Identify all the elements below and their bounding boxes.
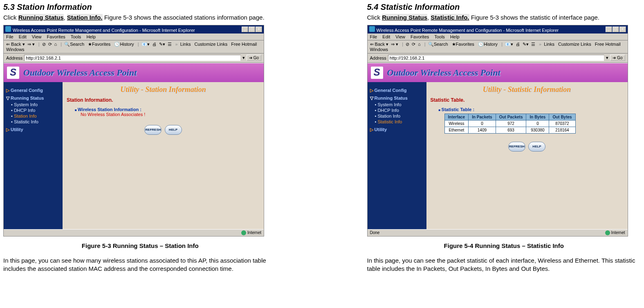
home-button[interactable]: ⌂ (54, 42, 57, 47)
search-button[interactable]: 🔍Search (428, 42, 448, 47)
history-button[interactable]: 🕓History (114, 42, 134, 47)
sidebar-item-system[interactable]: System Info (375, 102, 424, 107)
banner-title: Outdoor Wireless Access Point (387, 67, 500, 78)
menu-view[interactable]: View (395, 34, 405, 39)
go-button[interactable]: ➔ Go (247, 55, 261, 61)
banner-title: Outdoor Wireless Access Point (23, 67, 137, 78)
menu-favorites[interactable]: Favorites (411, 34, 429, 39)
sidebar-general-config[interactable]: ▷ General Config (6, 88, 60, 93)
minimize-button[interactable]: _ (606, 27, 612, 32)
toolbar: ⇐ Back ▾⇒ ▾| ⊘⟳⌂| 🔍Search ★Favorites 🕓Hi… (4, 40, 264, 54)
back-button[interactable]: ⇐ Back ▾ (6, 42, 25, 47)
status-zone: Internet (247, 230, 261, 235)
sidebar-running-status[interactable]: ▽ Running Status (370, 96, 424, 101)
refresh-page-button[interactable]: REFRESH (144, 125, 162, 135)
search-button[interactable]: 🔍Search (64, 42, 84, 47)
menu-tools[interactable]: Tools (71, 34, 81, 39)
stop-button[interactable]: ⊘ (42, 42, 46, 47)
globe-icon (605, 230, 610, 235)
url-input[interactable]: http://192.168.2.1 (24, 55, 241, 61)
links-label: Links (544, 42, 554, 47)
sidebar-utility[interactable]: ▷ Utility (370, 127, 424, 132)
window-titlebar: Wireless Access Point Remote Management … (368, 25, 628, 33)
link-running-status: Running Status (382, 14, 427, 21)
window-buttons: _□× (241, 26, 262, 32)
menu-help[interactable]: Help (86, 34, 96, 39)
link-customize[interactable]: Customize Links (194, 42, 227, 47)
stop-button[interactable]: ⊘ (406, 42, 409, 47)
sidebar-item-dhcp[interactable]: DHCP Info (375, 107, 424, 113)
sidebar-item-dhcp[interactable]: DHCP Info (11, 107, 60, 113)
sidebar-item-statistic[interactable]: Statistic Info (11, 119, 60, 125)
go-button[interactable]: ➔ Go (610, 55, 625, 61)
sidebar-item-system[interactable]: System Info (11, 102, 60, 107)
right-column: 5.4 Statistic Information Click Running … (367, 0, 641, 279)
left-column: 5.3 Station Information Click Running St… (3, 0, 277, 279)
link-windows[interactable]: Windows (370, 47, 388, 52)
section-heading: 5.3 Station Information (3, 2, 277, 12)
screenshot-station-info: Wireless Access Point Remote Management … (3, 25, 264, 237)
forward-button[interactable]: ⇒ ▾ (391, 42, 398, 47)
table-row: Wireless 0 972 0 870372 (444, 120, 575, 127)
close-button[interactable]: × (619, 27, 626, 32)
status-zone: Internet (611, 230, 625, 235)
address-bar: Address http://192.168.2.1 ▾ ➔ Go (4, 54, 264, 63)
status-bar: Internet (4, 229, 264, 236)
favorites-button[interactable]: ★Favorites (88, 42, 110, 47)
menu-file[interactable]: File (370, 34, 377, 39)
menu-favorites[interactable]: Favorites (47, 34, 65, 39)
address-bar: Address http://192.168.2.1 ▾ ➔ Go (368, 54, 628, 63)
refresh-button[interactable]: ⟳ (48, 42, 52, 47)
menu-view[interactable]: View (32, 34, 42, 39)
screenshot-statistic-info: Wireless Access Point Remote Management … (367, 25, 628, 237)
table-row: Ethernet 1409 693 930380 218164 (444, 127, 575, 133)
sidebar-item-station[interactable]: Station Info (375, 113, 424, 119)
intro-text: Click Running Status, Station Info. Figu… (3, 13, 277, 22)
menu-tools[interactable]: Tools (434, 34, 445, 39)
menu-file[interactable]: File (6, 34, 13, 39)
sidebar-general-config[interactable]: ▷ General Config (370, 88, 424, 93)
minimize-button[interactable]: _ (242, 27, 248, 32)
intro-text: Click Running Status, Statistic Info. Fi… (367, 13, 641, 22)
link-freehotmail[interactable]: Free Hotmail (595, 42, 621, 47)
banner-logo: S (7, 67, 19, 79)
status-left: Done (370, 230, 380, 235)
maximize-button[interactable]: □ (613, 27, 619, 32)
sidebar-list: System Info DHCP Info Station Info Stati… (6, 102, 60, 125)
page-title: Utility - Statistic Information (431, 85, 624, 94)
link-customize[interactable]: Customize Links (558, 42, 591, 47)
statistic-table: Interface In Packets Out Packets In Byte… (444, 114, 576, 134)
menu-edit[interactable]: Edit (19, 34, 27, 39)
help-button[interactable]: HELP (165, 125, 182, 135)
address-label: Address (370, 56, 386, 60)
link-freehotmail[interactable]: Free Hotmail (231, 42, 257, 47)
link-station-info: Station Info (67, 14, 101, 21)
link-statistic-info: Statistic Info (431, 14, 467, 21)
help-button[interactable]: HELP (528, 142, 545, 152)
url-input[interactable]: http://192.168.2.1 (388, 55, 605, 61)
favorites-button[interactable]: ★Favorites (452, 42, 474, 47)
sidebar: ▷ General Config ▽ Running Status System… (4, 82, 63, 229)
sidebar: ▷ General Config ▽ Running Status System… (368, 82, 426, 229)
refresh-button[interactable]: ⟳ (412, 42, 415, 47)
maximize-button[interactable]: □ (249, 27, 255, 32)
sidebar-item-statistic[interactable]: Statistic Info (375, 119, 424, 125)
home-button[interactable]: ⌂ (418, 42, 421, 47)
sidebar-running-status[interactable]: ▽ Running Status (6, 96, 60, 101)
sidebar-item-station[interactable]: Station Info (11, 113, 60, 119)
menu-edit[interactable]: Edit (382, 34, 390, 39)
sub-label: Statistic Table : (439, 107, 624, 112)
menu-help[interactable]: Help (450, 34, 460, 39)
sidebar-utility[interactable]: ▷ Utility (6, 127, 60, 132)
section-heading: 5.4 Statistic Information (367, 2, 641, 12)
refresh-page-button[interactable]: REFRESH (508, 142, 525, 152)
link-windows[interactable]: Windows (6, 47, 25, 52)
menu-bar: File Edit View Favorites Tools Help (4, 33, 264, 40)
forward-button[interactable]: ⇒ ▾ (27, 42, 35, 47)
menu-bar: File Edit View Favorites Tools Help (368, 33, 628, 40)
back-button[interactable]: ⇐ Back ▾ (370, 42, 389, 47)
close-button[interactable]: × (256, 27, 262, 32)
toolbar: ⇐ Back ▾⇒ ▾| ⊘⟳⌂| 🔍Search ★Favorites 🕓Hi… (368, 40, 628, 54)
history-button[interactable]: 🕓History (478, 42, 498, 47)
sidebar-list: System Info DHCP Info Station Info Stati… (370, 102, 424, 125)
